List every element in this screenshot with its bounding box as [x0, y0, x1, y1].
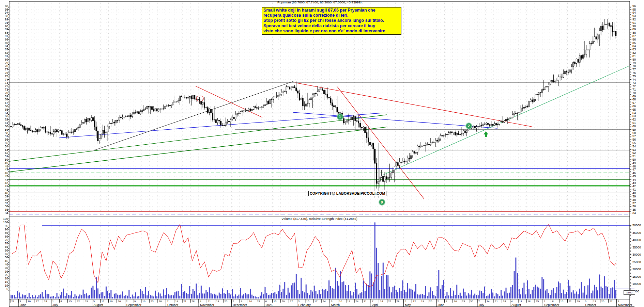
- svg-text:94: 94: [632, 11, 636, 14]
- svg-text:51: 51: [5, 155, 8, 158]
- svg-text:88: 88: [632, 31, 636, 34]
- svg-text:85: 85: [5, 231, 8, 235]
- svg-text:July: July: [479, 303, 485, 307]
- svg-text:55: 55: [5, 252, 8, 256]
- svg-text:27: 27: [610, 300, 613, 303]
- svg-text:82: 82: [632, 51, 636, 54]
- svg-text:42: 42: [632, 184, 636, 188]
- svg-text:56: 56: [632, 138, 636, 141]
- svg-text:28: 28: [503, 300, 506, 303]
- svg-text:November: November: [200, 303, 214, 307]
- svg-text:44: 44: [632, 178, 636, 181]
- svg-text:22: 22: [568, 300, 571, 303]
- svg-text:87: 87: [5, 34, 8, 38]
- svg-text:10: 10: [5, 284, 8, 287]
- svg-text:40: 40: [5, 263, 8, 266]
- svg-text:23: 23: [257, 300, 260, 303]
- svg-text:61: 61: [632, 121, 636, 125]
- svg-text:23: 23: [462, 300, 465, 303]
- svg-text:53: 53: [632, 148, 636, 151]
- svg-text:78: 78: [632, 64, 636, 68]
- svg-text:74: 74: [5, 78, 8, 81]
- svg-text:48: 48: [632, 165, 636, 168]
- svg-text:24: 24: [355, 300, 358, 303]
- svg-text:72: 72: [5, 84, 8, 88]
- svg-text:16: 16: [249, 300, 252, 303]
- svg-text:57: 57: [5, 134, 8, 138]
- svg-text:25: 25: [5, 273, 8, 277]
- svg-text:85: 85: [632, 41, 636, 45]
- svg-text:75: 75: [5, 238, 8, 242]
- svg-text:63: 63: [5, 114, 8, 118]
- date-axis-layer: 2731017241815222951219262916233071421284…: [10, 299, 632, 307]
- svg-text:70: 70: [5, 91, 8, 95]
- svg-text:October: October: [585, 303, 596, 307]
- svg-text:2: 2: [126, 300, 128, 303]
- svg-text:28: 28: [191, 300, 195, 303]
- svg-text:February: February: [298, 303, 311, 307]
- svg-text:34: 34: [632, 211, 636, 215]
- svg-text:64: 64: [632, 111, 636, 115]
- svg-text:June: June: [438, 303, 445, 307]
- svg-text:1: 1: [52, 300, 54, 303]
- svg-text:71: 71: [5, 88, 8, 91]
- arrow-stem: [485, 134, 487, 137]
- svg-text:65: 65: [5, 108, 8, 111]
- svg-text:85: 85: [5, 41, 8, 45]
- svg-text:66: 66: [632, 104, 636, 108]
- svg-text:5: 5: [6, 287, 8, 291]
- svg-text:78: 78: [5, 64, 8, 68]
- svg-text:40: 40: [632, 191, 636, 195]
- svg-text:95: 95: [632, 8, 636, 11]
- annotation-line: Small white doji in harami sugli 87,06 p…: [263, 8, 400, 13]
- svg-text:7: 7: [478, 300, 480, 303]
- svg-text:July: July: [52, 303, 58, 307]
- svg-text:August: August: [94, 303, 104, 307]
- svg-text:April: April: [372, 303, 378, 307]
- chart-root: 3434353536363737383839394040414142424343…: [0, 0, 644, 307]
- svg-text:42: 42: [5, 184, 8, 188]
- svg-text:75: 75: [5, 75, 8, 78]
- circled-number-marker-1: 1: [337, 113, 343, 120]
- svg-text:57: 57: [632, 134, 636, 138]
- svg-text:47: 47: [632, 168, 636, 171]
- svg-text:3: 3: [618, 300, 619, 303]
- svg-text:41: 41: [632, 188, 636, 191]
- svg-text:4: 4: [511, 300, 513, 303]
- svg-text:20000: 20000: [632, 268, 641, 271]
- svg-text:55: 55: [5, 141, 8, 145]
- svg-text:47: 47: [5, 168, 8, 171]
- chart-title: Prysmian (86.7800, 87.7400, 86.3000, 87.…: [9, 0, 630, 4]
- arrow-head: [484, 131, 488, 134]
- svg-text:3: 3: [298, 300, 300, 303]
- svg-text:June: June: [20, 303, 27, 307]
- svg-text:19: 19: [421, 300, 424, 303]
- circled-number-marker-2: 2: [465, 123, 472, 129]
- svg-text:93: 93: [5, 14, 8, 18]
- svg-text:21: 21: [183, 300, 186, 303]
- svg-text:1: 1: [544, 300, 546, 303]
- svg-text:50: 50: [632, 158, 636, 161]
- svg-text:11: 11: [208, 300, 211, 303]
- svg-text:69: 69: [5, 95, 8, 98]
- svg-text:14: 14: [487, 300, 490, 303]
- svg-text:September: September: [544, 303, 559, 307]
- svg-text:36: 36: [632, 205, 636, 208]
- svg-text:86: 86: [5, 38, 8, 41]
- svg-text:71: 71: [632, 88, 636, 91]
- svg-text:83: 83: [5, 48, 8, 51]
- svg-text:25: 25: [224, 300, 227, 303]
- svg-text:7: 7: [372, 300, 373, 303]
- svg-text:24: 24: [44, 300, 47, 303]
- svg-text:10: 10: [28, 300, 31, 303]
- svg-text:51: 51: [632, 155, 636, 158]
- svg-text:20: 20: [282, 300, 285, 303]
- svg-text:30: 30: [5, 270, 8, 273]
- svg-text:82: 82: [5, 51, 8, 54]
- svg-text:24: 24: [323, 300, 326, 303]
- svg-text:10: 10: [306, 300, 309, 303]
- svg-text:83: 83: [632, 48, 636, 51]
- svg-text:August: August: [511, 303, 521, 307]
- svg-text:70: 70: [5, 242, 8, 245]
- svg-text:73: 73: [5, 81, 8, 84]
